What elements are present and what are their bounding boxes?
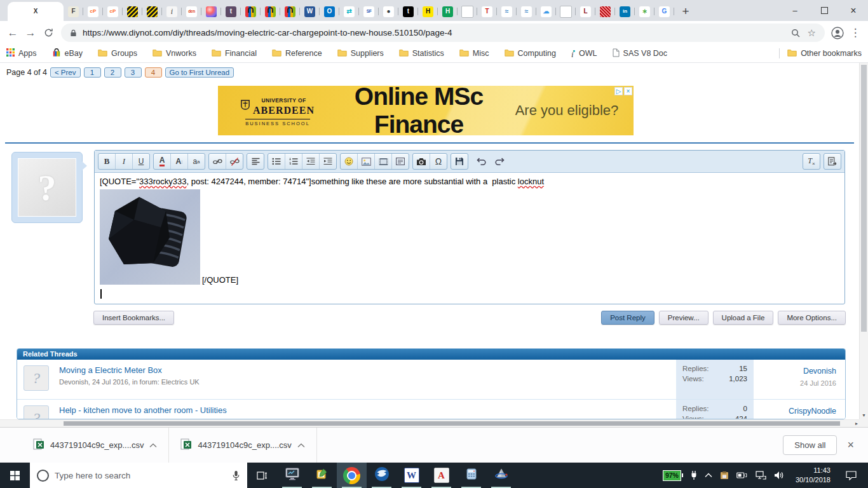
taskbar-app[interactable] [277,463,307,488]
browser-tab[interactable] [142,2,162,21]
browser-tab[interactable]: t [221,2,241,21]
vertical-scrollbar[interactable]: ▾ [859,63,868,419]
save-draft-icon[interactable] [451,154,468,169]
vertical-scrollbar-thumb[interactable] [861,65,867,332]
network-icon[interactable] [756,471,766,480]
chevron-up-icon[interactable] [297,440,305,450]
camera-icon[interactable] [413,154,430,169]
first-unread-button[interactable]: Go to First Unread [165,67,234,78]
smilies-icon[interactable] [341,154,358,169]
page-number-button[interactable]: 3 [125,67,142,78]
backup-icon[interactable] [720,471,729,480]
thread-avatar[interactable]: ? [24,405,49,419]
download-item[interactable]: 443719104c9c_exp....csv [169,428,316,463]
browser-tab[interactable] [556,2,576,21]
browser-tab[interactable] [201,2,221,21]
underline-icon[interactable]: U [133,154,149,169]
browser-tab[interactable]: L [576,2,595,21]
unlink-icon[interactable] [226,154,243,169]
microphone-icon[interactable] [232,470,240,481]
browser-tab[interactable]: ⇄ [339,2,359,21]
new-tab-button[interactable]: + [674,2,697,21]
browser-tab[interactable]: SF [359,2,379,21]
browser-tab[interactable]: T [477,2,497,21]
browser-tab[interactable] [123,2,142,21]
browser-tab[interactable]: H [438,2,458,21]
active-tab[interactable]: X [8,2,64,21]
upload-file-button[interactable]: Upload a File [713,311,774,325]
redo-icon[interactable] [491,154,508,169]
thread-title-link[interactable]: Moving a Electric Meter Box [59,365,162,375]
ad-banner[interactable]: UNIVERSITY OF ABERDEEN BUSINESS SCHOOL O… [218,86,634,135]
source-icon[interactable] [824,154,841,169]
action-center-icon[interactable] [846,471,857,480]
taskbar-app[interactable] [367,463,397,488]
bookmark-item[interactable]: Groups [98,49,137,58]
unordered-list-icon[interactable] [268,154,285,169]
page-number-button[interactable]: 1 [84,67,101,78]
browser-tab[interactable]: in [615,2,635,21]
browser-tab[interactable] [261,2,280,21]
battery-indicator[interactable]: 97% [663,470,683,481]
thread-title-link[interactable]: Help - kitchen move to another room - Ut… [59,405,227,415]
bookmark-item[interactable]: Financial [212,49,257,58]
chevron-up-icon[interactable] [705,473,712,478]
bookmark-item[interactable]: Reference [272,49,322,58]
browser-tab[interactable]: O [320,2,339,21]
thread-user-link[interactable]: CrispyNoodle [789,407,836,416]
bold-icon[interactable]: B [98,154,116,169]
ordered-list-icon[interactable] [285,154,302,169]
browser-tab[interactable]: den [182,2,201,21]
start-button[interactable] [0,463,30,488]
browser-tab[interactable] [241,2,261,21]
browser-tab[interactable]: H [418,2,438,21]
close-button[interactable]: × [839,0,868,21]
bookmark-item[interactable]: Vnworks [153,49,196,58]
browser-tab[interactable]: ● [379,2,398,21]
thread-user-link[interactable]: Devonish [803,367,836,376]
omega-icon[interactable]: Ω [430,154,447,169]
bookmark-star-icon[interactable]: ☆ [808,27,816,39]
scroll-down-arrow-icon[interactable]: ▾ [860,412,868,418]
browser-tab[interactable] [458,2,477,21]
media-icon[interactable] [375,154,392,169]
taskbar-app[interactable]: A [426,463,456,488]
horizontal-scrollbar[interactable]: ▸ [0,419,859,427]
search-input[interactable]: Type here to search [30,463,247,488]
adchoices-icon[interactable]: ▷ [614,87,623,95]
ad-close-icon[interactable]: × [624,87,632,95]
reload-button[interactable] [39,24,57,42]
maximize-button[interactable] [810,0,839,21]
outdent-icon[interactable] [302,154,320,169]
font-size-icon[interactable]: A: [171,154,188,169]
browser-tab[interactable] [280,2,300,21]
browser-tab[interactable] [595,2,615,21]
prev-page-button[interactable]: < Prev [50,67,81,78]
font-family-icon[interactable]: aa [188,154,205,169]
taskbar-clock[interactable]: 11:43 30/10/2018 [796,466,831,485]
browser-tab[interactable]: cP [83,2,103,21]
bookmark-item[interactable]: Statistics [399,49,444,58]
browser-tab[interactable]: W [300,2,320,21]
bookmark-item[interactable]: Apps [6,48,37,58]
page-number-button[interactable]: 2 [104,67,121,78]
forward-button[interactable]: → [22,24,39,42]
taskbar-app[interactable] [337,463,367,488]
browser-tab[interactable]: ∗ [635,2,654,21]
text-color-icon[interactable]: A [154,154,171,169]
browser-tab[interactable]: G [654,2,674,21]
italic-icon[interactable]: I [116,154,133,169]
search-zoom-icon[interactable] [791,29,800,37]
bookmark-item[interactable]: eBay [52,48,83,59]
power-icon[interactable] [736,471,748,479]
horizontal-scrollbar-thumb[interactable] [64,421,840,426]
bookmark-item[interactable]: Computing [505,49,556,58]
remove-format-icon[interactable]: T× [803,154,820,169]
minimize-button[interactable]: – [780,0,810,21]
editor-content[interactable]: [QUOTE="333rocky333, post: 4247244, memb… [95,173,844,304]
address-bar[interactable]: https://www.diynot.com/diy/threads/movin… [61,24,825,42]
show-all-downloads-button[interactable]: Show all [783,435,837,455]
link-icon[interactable] [209,154,226,169]
more-options-button[interactable]: More Options... [778,311,846,325]
post-reply-button[interactable]: Post Reply [601,311,654,325]
